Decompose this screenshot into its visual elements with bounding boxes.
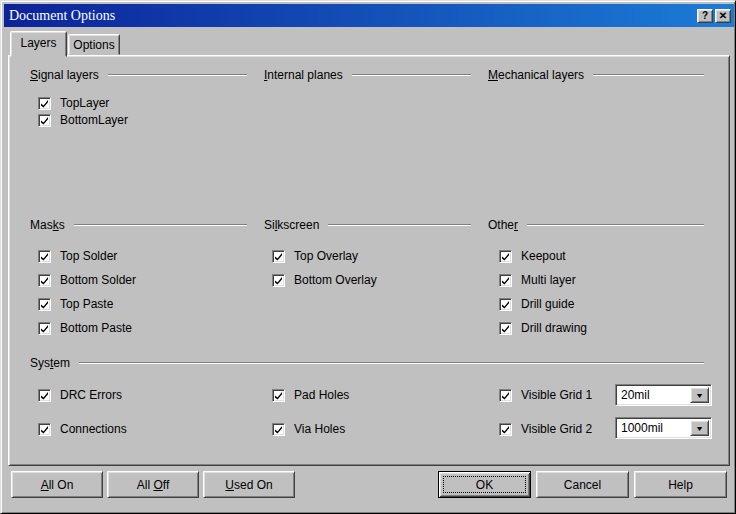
check-icon xyxy=(501,391,510,400)
visible-grid-2-label[interactable]: Visible Grid 2 xyxy=(521,422,592,436)
drill-drawing-checkbox[interactable] xyxy=(499,322,512,335)
drill-guide-checkbox[interactable] xyxy=(499,298,512,311)
visible-grid-2-value: 1000mil xyxy=(616,421,690,435)
checkbox-row: Drill drawing xyxy=(499,321,587,335)
check-icon xyxy=(40,116,49,125)
via-holes-checkbox[interactable] xyxy=(272,423,285,436)
window-title: Document Options xyxy=(4,8,697,24)
close-button[interactable]: ✕ xyxy=(715,9,731,23)
top-solder-checkbox[interactable] xyxy=(38,250,51,263)
all-off-button[interactable]: All Off xyxy=(107,471,199,498)
ok-button-label: OK xyxy=(476,478,493,492)
top-solder-label[interactable]: Top Solder xyxy=(60,249,117,263)
check-icon xyxy=(501,425,510,434)
tab-options[interactable]: Options xyxy=(68,34,120,55)
checkbox-row: Bottom Overlay xyxy=(272,273,377,287)
divider xyxy=(527,224,704,226)
check-icon xyxy=(40,391,49,400)
bottom-solder-checkbox[interactable] xyxy=(38,274,51,287)
question-mark-icon: ? xyxy=(702,10,708,20)
top-layer-label[interactable]: TopLayer xyxy=(60,96,109,110)
help-button[interactable]: ? xyxy=(697,9,713,23)
section-header-internal-planes: Internal planes xyxy=(264,68,471,82)
section-header-signal-layers: Signal layers xyxy=(30,68,247,82)
keepout-checkbox[interactable] xyxy=(499,250,512,263)
cancel-button[interactable]: Cancel xyxy=(536,471,629,498)
checkbox-row: Top Solder xyxy=(38,249,117,263)
visible-grid-1-label[interactable]: Visible Grid 1 xyxy=(521,388,592,402)
checkbox-row: DRC Errors xyxy=(38,388,122,402)
drill-drawing-label[interactable]: Drill drawing xyxy=(521,321,587,335)
help-button-bottom[interactable]: Help xyxy=(634,471,727,498)
used-on-button[interactable]: Used On xyxy=(203,471,295,498)
checkbox-row: BottomLayer xyxy=(38,113,128,127)
help-button-label: Help xyxy=(668,478,693,492)
divider xyxy=(593,74,704,76)
top-overlay-checkbox[interactable] xyxy=(272,250,285,263)
checkbox-row: Top Overlay xyxy=(272,249,358,263)
pad-holes-checkbox[interactable] xyxy=(272,389,285,402)
check-icon xyxy=(274,276,283,285)
close-icon: ✕ xyxy=(719,10,727,20)
connections-label[interactable]: Connections xyxy=(60,422,127,436)
bottom-paste-label[interactable]: Bottom Paste xyxy=(60,321,132,335)
check-icon xyxy=(274,425,283,434)
top-overlay-label[interactable]: Top Overlay xyxy=(294,249,358,263)
section-header-mechanical-layers: Mechanical layers xyxy=(488,68,704,82)
top-paste-label[interactable]: Top Paste xyxy=(60,297,113,311)
bottom-solder-label[interactable]: Bottom Solder xyxy=(60,273,136,287)
divider xyxy=(328,224,471,226)
drc-errors-checkbox[interactable] xyxy=(38,389,51,402)
checkbox-row: Multi layer xyxy=(499,273,576,287)
all-on-button[interactable]: All On xyxy=(11,471,103,498)
check-icon xyxy=(40,324,49,333)
ok-button[interactable]: OK xyxy=(438,471,531,498)
check-icon xyxy=(40,425,49,434)
check-icon xyxy=(501,300,510,309)
visible-grid-1-dropdown-button[interactable]: ▼ xyxy=(690,387,709,403)
chevron-down-icon: ▼ xyxy=(695,392,704,399)
visible-grid-2-checkbox[interactable] xyxy=(499,423,512,436)
bottom-overlay-label[interactable]: Bottom Overlay xyxy=(294,273,377,287)
multi-layer-label[interactable]: Multi layer xyxy=(521,273,576,287)
tab-layers-label: Layers xyxy=(20,36,56,50)
keepout-label[interactable]: Keepout xyxy=(521,249,566,263)
titlebar[interactable]: Document Options ? ✕ xyxy=(4,4,734,27)
top-paste-checkbox[interactable] xyxy=(38,298,51,311)
checkbox-row: Via Holes xyxy=(272,422,345,436)
layers-tab-panel: Signal layers Internal planes Mechanical… xyxy=(8,55,730,466)
multi-layer-checkbox[interactable] xyxy=(499,274,512,287)
check-icon xyxy=(501,276,510,285)
tab-layers[interactable]: Layers xyxy=(10,31,67,57)
checkbox-row: Bottom Paste xyxy=(38,321,132,335)
drc-errors-label[interactable]: DRC Errors xyxy=(60,388,122,402)
top-layer-checkbox[interactable] xyxy=(38,97,51,110)
checkbox-row: Visible Grid 2 xyxy=(499,422,592,436)
pad-holes-label[interactable]: Pad Holes xyxy=(294,388,349,402)
via-holes-label[interactable]: Via Holes xyxy=(294,422,345,436)
check-icon xyxy=(501,324,510,333)
visible-grid-2-dropdown-button[interactable]: ▼ xyxy=(690,420,709,436)
check-icon xyxy=(40,99,49,108)
check-icon xyxy=(501,252,510,261)
section-header-other: Other xyxy=(488,218,704,232)
checkbox-row: Keepout xyxy=(499,249,566,263)
visible-grid-2-combo[interactable]: 1000mil ▼ xyxy=(615,417,712,439)
visible-grid-1-combo[interactable]: 20mil ▼ xyxy=(615,384,712,406)
bottom-layer-label[interactable]: BottomLayer xyxy=(60,113,128,127)
check-icon xyxy=(274,391,283,400)
drill-guide-label[interactable]: Drill guide xyxy=(521,297,574,311)
section-header-system: System xyxy=(30,356,704,370)
bottom-overlay-checkbox[interactable] xyxy=(272,274,285,287)
checkbox-row: Visible Grid 1 xyxy=(499,388,592,402)
section-header-masks: Masks xyxy=(30,218,247,232)
visible-grid-1-checkbox[interactable] xyxy=(499,389,512,402)
connections-checkbox[interactable] xyxy=(38,423,51,436)
bottom-paste-checkbox[interactable] xyxy=(38,322,51,335)
focus-rect: OK xyxy=(443,476,526,493)
chevron-down-icon: ▼ xyxy=(695,425,704,432)
checkbox-row: Drill guide xyxy=(499,297,574,311)
visible-grid-1-value: 20mil xyxy=(616,388,690,402)
divider xyxy=(108,74,247,76)
bottom-layer-checkbox[interactable] xyxy=(38,114,51,127)
